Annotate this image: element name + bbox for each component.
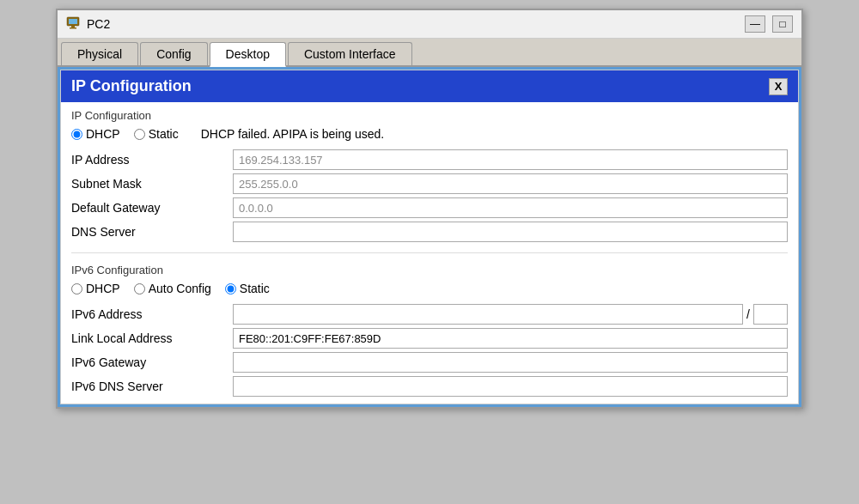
ip-config-header: IP Configuration X	[61, 70, 798, 102]
ip-address-input[interactable]	[233, 149, 788, 170]
ipv6-slash: /	[746, 307, 750, 321]
title-bar-left: PC2	[66, 16, 110, 32]
title-bar-controls: — □	[745, 15, 793, 33]
ipv4-radio-row: DHCP Static DHCP failed. APIPA is being …	[71, 127, 788, 141]
link-local-label: Link Local Address	[71, 331, 226, 345]
static-label: Static	[149, 127, 179, 141]
window-title: PC2	[87, 17, 110, 31]
ip-config-panel: IP Configuration X IP Configuration DHCP…	[60, 70, 799, 404]
ipv6-gateway-label: IPv6 Gateway	[71, 355, 226, 369]
dhcp-radio[interactable]	[71, 129, 82, 140]
svg-rect-2	[71, 26, 75, 27]
main-window: PC2 — □ Physical Config Desktop Custom I…	[56, 9, 803, 409]
ipv6-section-title: IPv6 Configuration	[71, 264, 788, 276]
maximize-button[interactable]: □	[772, 15, 793, 33]
subnet-mask-input[interactable]	[233, 173, 788, 194]
content-area: IP Configuration X IP Configuration DHCP…	[58, 67, 801, 407]
ipv6-radio-row: DHCP Auto Config Static	[71, 282, 788, 295]
ipv6-autoconfig-radio-label[interactable]: Auto Config	[134, 282, 211, 295]
link-local-input[interactable]	[233, 328, 788, 349]
pc-icon	[66, 16, 82, 32]
ipv6-address-input[interactable]	[233, 304, 743, 325]
minimize-button[interactable]: —	[745, 15, 765, 33]
ipv6-static-label: Static	[240, 282, 270, 295]
ipv6-static-radio-label[interactable]: Static	[225, 282, 270, 295]
tab-physical[interactable]: Physical	[61, 42, 138, 65]
ipv6-dhcp-label: DHCP	[86, 282, 120, 295]
ipv6-autoconfig-radio[interactable]	[134, 283, 145, 295]
static-radio[interactable]	[134, 129, 145, 140]
default-gateway-input[interactable]	[233, 197, 788, 218]
subnet-mask-label: Subnet Mask	[71, 177, 226, 191]
tab-bar: Physical Config Desktop Custom Interface	[58, 39, 801, 67]
ipv6-section: IPv6 Configuration DHCP Auto Config Stat…	[61, 257, 798, 304]
ipv6-autoconfig-label: Auto Config	[149, 282, 211, 295]
dhcp-label: DHCP	[86, 127, 120, 141]
ipv4-form-grid: IP Address Subnet Mask Default Gateway D…	[61, 149, 798, 249]
ipv6-prefix-input[interactable]	[753, 304, 788, 325]
tab-desktop[interactable]: Desktop	[210, 42, 286, 67]
ipv6-static-radio[interactable]	[225, 283, 236, 295]
svg-rect-1	[69, 19, 77, 24]
ipv4-section-title: IP Configuration	[71, 109, 788, 122]
ip-address-label: IP Address	[71, 153, 226, 167]
ipv6-address-label: IPv6 Address	[71, 307, 226, 321]
svg-rect-3	[70, 27, 76, 29]
default-gateway-label: Default Gateway	[71, 201, 226, 215]
title-bar: PC2 — □	[58, 10, 801, 39]
dhcp-status-text: DHCP failed. APIPA is being used.	[201, 127, 385, 141]
ipv6-dhcp-radio[interactable]	[71, 283, 82, 295]
tab-config[interactable]: Config	[140, 42, 207, 65]
ip-config-title: IP Configuration	[71, 77, 192, 95]
ipv6-dns-label: IPv6 DNS Server	[71, 380, 226, 393]
dns-server-label: DNS Server	[71, 225, 226, 239]
ipv6-dns-input[interactable]	[233, 376, 788, 397]
ipv6-gateway-input[interactable]	[233, 352, 788, 373]
static-radio-label[interactable]: Static	[134, 127, 179, 141]
ipv4-section: IP Configuration DHCP Static DHCP failed…	[61, 102, 798, 149]
section-divider	[71, 252, 788, 253]
dns-server-input[interactable]	[233, 222, 788, 242]
ipv6-address-row: /	[233, 304, 788, 325]
dhcp-radio-label[interactable]: DHCP	[71, 127, 120, 141]
ip-config-close-button[interactable]: X	[769, 78, 788, 95]
ipv6-dhcp-radio-label[interactable]: DHCP	[71, 282, 120, 295]
ipv6-form-grid: IPv6 Address / Link Local Address IPv6 G…	[61, 304, 798, 404]
tab-custom-interface[interactable]: Custom Interface	[288, 42, 412, 65]
